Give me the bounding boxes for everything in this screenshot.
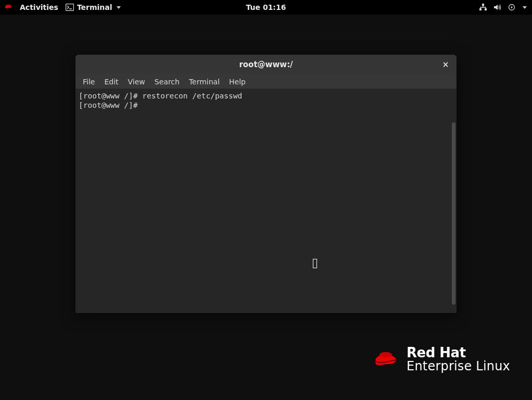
scrollbar-thumb[interactable]: [452, 122, 455, 305]
terminal-icon: [66, 4, 74, 11]
redhat-icon: [4, 4, 12, 11]
branding-line1: Red Hat: [407, 346, 510, 360]
activities-button[interactable]: Activities: [20, 3, 58, 11]
menu-edit[interactable]: Edit: [100, 77, 122, 87]
system-menu-chevron-icon[interactable]: [523, 6, 527, 9]
menu-view[interactable]: View: [124, 77, 149, 87]
branding-text: Red Hat Enterprise Linux: [407, 346, 510, 373]
svg-point-7: [379, 352, 392, 357]
svg-point-0: [7, 5, 10, 6]
app-menu-label: Terminal: [77, 3, 112, 11]
window-title: root@www:/: [239, 60, 293, 69]
terminal-line: [root@www /]# restorecon /etc/passwd: [79, 91, 453, 101]
svg-rect-4: [479, 8, 482, 10]
close-button[interactable]: ×: [440, 59, 451, 70]
power-icon[interactable]: [508, 4, 515, 11]
clock[interactable]: Tue 01:16: [246, 3, 286, 11]
top-bar-left: Activities Terminal: [0, 3, 121, 11]
svg-rect-3: [482, 4, 484, 6]
network-icon[interactable]: [479, 4, 487, 11]
menu-file[interactable]: File: [79, 77, 99, 87]
top-bar-right: [479, 4, 532, 11]
top-bar: Activities Terminal Tue 01:16: [0, 0, 532, 15]
terminal-window: root@www:/ × File Edit View Search Termi…: [75, 55, 457, 313]
menubar: File Edit View Search Terminal Help: [75, 74, 457, 89]
branding-line2: Enterprise Linux: [407, 360, 510, 373]
redhat-branding: Red Hat Enterprise Linux: [373, 346, 510, 373]
svg-rect-1: [66, 4, 73, 11]
terminal-line: [root@www /]#: [79, 101, 453, 110]
menu-search[interactable]: Search: [150, 77, 184, 87]
fedora-hat-icon: [373, 348, 399, 370]
volume-icon[interactable]: [493, 4, 502, 11]
titlebar[interactable]: root@www:/ ×: [75, 55, 457, 74]
text-cursor-icon: [313, 259, 317, 268]
app-menu-button[interactable]: Terminal: [66, 3, 121, 11]
menu-help[interactable]: Help: [225, 77, 250, 87]
chevron-down-icon: [117, 6, 121, 9]
svg-rect-5: [485, 8, 487, 10]
menu-terminal[interactable]: Terminal: [185, 77, 224, 87]
terminal-viewport[interactable]: [root@www /]# restorecon /etc/passwd [ro…: [75, 89, 457, 313]
